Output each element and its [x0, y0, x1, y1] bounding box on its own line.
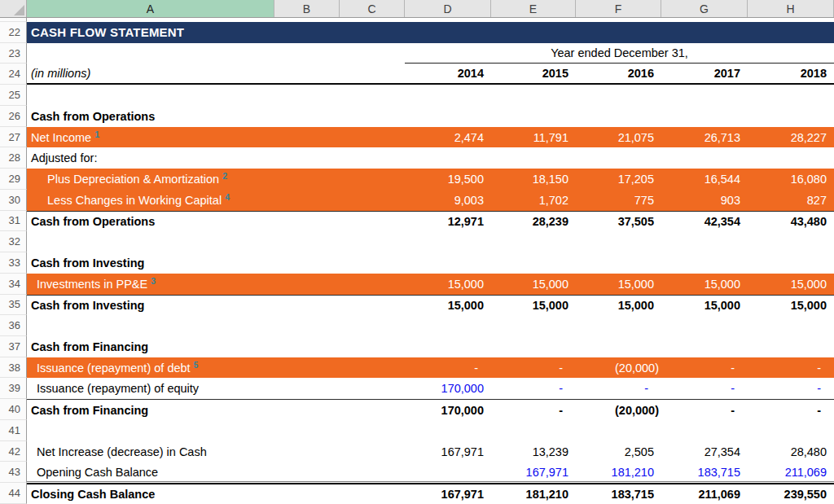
- cell-D40[interactable]: 170,000: [405, 400, 491, 420]
- cell-D33[interactable]: [405, 252, 491, 274]
- cell-F26[interactable]: [576, 106, 661, 127]
- cell-E25[interactable]: [491, 85, 576, 106]
- cell-H24[interactable]: 2018: [748, 64, 834, 83]
- cell-G38[interactable]: -: [661, 357, 748, 379]
- cell-D29[interactable]: 19,500: [405, 169, 491, 190]
- cell-F28[interactable]: [576, 147, 661, 169]
- cell-H44[interactable]: 239,550: [748, 484, 834, 504]
- cell-H25[interactable]: [748, 85, 834, 106]
- cell-H41[interactable]: [748, 420, 834, 441]
- cell-A36[interactable]: [27, 315, 405, 336]
- cell-A41[interactable]: [27, 420, 405, 441]
- cell-G28[interactable]: [661, 147, 748, 169]
- cell-F38[interactable]: (20,000): [576, 357, 661, 379]
- cell-H39[interactable]: -: [748, 378, 834, 399]
- cell-A38[interactable]: Issuance (repayment) of debt5: [27, 357, 405, 379]
- cell-F27[interactable]: 21,075: [576, 127, 661, 148]
- cell-E39[interactable]: -: [491, 378, 576, 399]
- cell-H26[interactable]: [748, 106, 834, 127]
- cell-G25[interactable]: [661, 85, 748, 106]
- cell-A30[interactable]: Less Changes in Working Capital4: [27, 190, 405, 211]
- cell-H32[interactable]: [748, 231, 834, 252]
- cell-A25[interactable]: [27, 85, 405, 106]
- cell-A32[interactable]: [27, 231, 405, 252]
- cell-E32[interactable]: [491, 231, 576, 252]
- row-header-40[interactable]: 40: [0, 399, 27, 420]
- cell-D24[interactable]: 2014: [405, 64, 491, 83]
- row-header-25[interactable]: 25: [0, 85, 27, 106]
- row-header-38[interactable]: 38: [0, 357, 27, 379]
- cell-E42[interactable]: 13,239: [491, 441, 576, 462]
- cell-E30[interactable]: 1,702: [491, 190, 576, 211]
- cell-G32[interactable]: [661, 231, 748, 252]
- cell-H33[interactable]: [748, 252, 834, 274]
- cell-A22-title[interactable]: CASH FLOW STATEMENT: [27, 22, 834, 43]
- cell-G41[interactable]: [661, 420, 748, 441]
- column-header-A[interactable]: A: [27, 0, 274, 17]
- cell-F43[interactable]: 181,210: [576, 462, 661, 483]
- column-header-F[interactable]: F: [576, 0, 661, 17]
- cell-D31[interactable]: 12,971: [405, 212, 491, 232]
- cell-G27[interactable]: 26,713: [661, 127, 748, 148]
- cell-D38[interactable]: -: [405, 357, 491, 379]
- cell-F41[interactable]: [576, 420, 661, 441]
- column-header-D[interactable]: D: [405, 0, 491, 17]
- cell-E31[interactable]: 28,239: [491, 212, 576, 232]
- cell-F34[interactable]: 15,000: [576, 274, 661, 295]
- cell-F37[interactable]: [576, 336, 661, 357]
- cell-H31[interactable]: 43,480: [748, 212, 834, 232]
- cell-A29[interactable]: Plus Depreciation & Amortization2: [27, 169, 405, 190]
- cell-G40[interactable]: -: [661, 400, 748, 420]
- row-header-24[interactable]: 24: [0, 64, 27, 85]
- cell-A44[interactable]: Closing Cash Balance: [27, 484, 405, 504]
- cell-D41[interactable]: [405, 420, 491, 441]
- cell-H38[interactable]: -: [748, 357, 834, 379]
- cell-D26[interactable]: [405, 106, 491, 127]
- cell-D36[interactable]: [405, 315, 491, 336]
- cell-D42[interactable]: 167,971: [405, 441, 491, 462]
- column-header-B[interactable]: B: [274, 0, 340, 17]
- cell-H34[interactable]: 15,000: [748, 274, 834, 295]
- cell-E24[interactable]: 2015: [491, 64, 576, 83]
- cell-A34[interactable]: Investments in PP&E3: [27, 274, 405, 295]
- cell-A35[interactable]: Cash from Investing: [27, 296, 405, 316]
- cell-H27[interactable]: 28,227: [748, 127, 834, 148]
- row-header-34[interactable]: 34: [0, 274, 27, 295]
- cell-A27[interactable]: Net Income1: [27, 127, 405, 148]
- cell-G26[interactable]: [661, 106, 748, 127]
- cell-H28[interactable]: [748, 147, 834, 169]
- cell-G30[interactable]: 903: [661, 190, 748, 211]
- cell-F33[interactable]: [576, 252, 661, 274]
- column-header-E[interactable]: E: [491, 0, 576, 17]
- cell-G42[interactable]: 27,354: [661, 441, 748, 462]
- row-header-37[interactable]: 37: [0, 336, 27, 357]
- cell-A31[interactable]: Cash from Operations: [27, 212, 405, 232]
- cell-E36[interactable]: [491, 315, 576, 336]
- cell-A26[interactable]: Cash from Operations: [27, 106, 405, 127]
- cell-A33[interactable]: Cash from Investing: [27, 252, 405, 274]
- cell-E34[interactable]: 15,000: [491, 274, 576, 295]
- cell-F36[interactable]: [576, 315, 661, 336]
- cell-D23-period-header[interactable]: Year ended December 31,: [405, 43, 834, 64]
- cell-G33[interactable]: [661, 252, 748, 274]
- cell-H43[interactable]: 211,069: [748, 462, 834, 483]
- row-header-32[interactable]: 32: [0, 231, 27, 252]
- cell-D43[interactable]: [405, 462, 491, 483]
- row-header-28[interactable]: 28: [0, 147, 27, 169]
- row-header-26[interactable]: 26: [0, 106, 27, 127]
- cell-G24[interactable]: 2017: [661, 64, 748, 83]
- cell-G43[interactable]: 183,715: [661, 462, 748, 483]
- row-header-42[interactable]: 42: [0, 441, 27, 462]
- column-header-C[interactable]: C: [340, 0, 405, 17]
- row-header-22[interactable]: 22: [0, 22, 27, 43]
- cell-A39[interactable]: Issuance (repayment) of equity: [27, 378, 405, 399]
- cell-D44[interactable]: 167,971: [405, 484, 491, 504]
- cell-A40[interactable]: Cash from Financing: [27, 400, 405, 420]
- row-header-36[interactable]: 36: [0, 315, 27, 336]
- cell-D28[interactable]: [405, 147, 491, 169]
- cell-G39[interactable]: -: [661, 378, 748, 399]
- row-header-35[interactable]: 35: [0, 295, 27, 316]
- cell-A24[interactable]: (in millions): [27, 64, 405, 83]
- cell-G31[interactable]: 42,354: [661, 212, 748, 232]
- cell-F44[interactable]: 183,715: [576, 484, 661, 504]
